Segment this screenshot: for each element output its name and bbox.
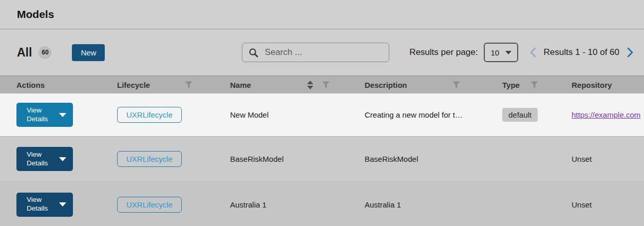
search-icon xyxy=(249,48,258,58)
type-badge: default xyxy=(502,108,538,122)
repository-value: Unset xyxy=(572,200,592,209)
results-per-page-select[interactable]: 10 xyxy=(484,43,518,62)
column-header-type: Type xyxy=(492,76,560,93)
model-name: BaseRiskModel xyxy=(230,155,283,163)
column-header-repository: Repository xyxy=(560,76,644,93)
page-header: Models xyxy=(0,0,644,29)
search-input[interactable] xyxy=(264,47,384,58)
search-box[interactable] xyxy=(242,43,389,62)
pagination: Results 1 - 10 of 60 xyxy=(527,45,636,60)
chevron-down-icon xyxy=(59,113,66,117)
repository-link[interactable]: https://example.com xyxy=(572,110,640,119)
chevron-right-icon xyxy=(626,46,635,59)
new-button[interactable]: New xyxy=(72,44,105,61)
pagination-status: Results 1 - 10 of 60 xyxy=(544,47,619,58)
view-details-button[interactable]: View Details xyxy=(16,147,73,171)
lifecycle-button[interactable]: UXRLifecycle xyxy=(117,151,182,167)
model-description: Australia 1 xyxy=(365,200,401,209)
column-header-name: Name xyxy=(221,76,354,93)
previous-page-button[interactable] xyxy=(527,45,539,60)
table-row: View Details UXRLifecycle New Model Crea… xyxy=(0,93,644,137)
lifecycle-button[interactable]: UXRLifecycle xyxy=(117,197,182,213)
column-header-actions: Actions xyxy=(0,76,103,93)
column-header-description: Description xyxy=(354,76,492,93)
table-row: View Details UXRLifecycle Australia 1 Au… xyxy=(0,182,644,226)
chevron-down-icon xyxy=(505,51,512,54)
view-details-button[interactable]: View Details xyxy=(16,103,73,127)
model-description: BaseRiskModel xyxy=(365,155,418,163)
chevron-left-icon xyxy=(528,46,538,59)
results-per-page-value: 10 xyxy=(490,48,499,57)
model-description: Creating a new model for t… xyxy=(365,110,463,119)
table-header-row: Actions Lifecycle Name Description xyxy=(0,76,644,93)
chevron-down-icon xyxy=(59,202,66,206)
filter-tab-all[interactable]: All xyxy=(17,46,32,60)
results-per-page-label: Results per page: xyxy=(409,47,478,58)
table-row: View Details UXRLifecycle BaseRiskModel … xyxy=(0,137,644,182)
column-header-lifecycle: Lifecycle xyxy=(103,76,221,93)
filter-icon[interactable] xyxy=(322,81,330,89)
model-name: New Model xyxy=(230,110,269,119)
filter-icon[interactable] xyxy=(185,81,193,89)
chevron-down-icon xyxy=(59,157,66,161)
filter-icon[interactable] xyxy=(531,81,538,89)
model-name: Australia 1 xyxy=(230,200,267,209)
sort-icon[interactable] xyxy=(307,81,314,89)
page-title: Models xyxy=(17,8,54,21)
toolbar: All 60 New Results per page: 10 Results … xyxy=(0,29,644,76)
filter-icon[interactable] xyxy=(452,81,460,89)
result-count-badge: 60 xyxy=(39,46,51,59)
lifecycle-button[interactable]: UXRLifecycle xyxy=(117,107,182,123)
view-details-button[interactable]: View Details xyxy=(16,193,73,217)
repository-value: Unset xyxy=(572,155,592,163)
next-page-button[interactable] xyxy=(624,45,636,60)
